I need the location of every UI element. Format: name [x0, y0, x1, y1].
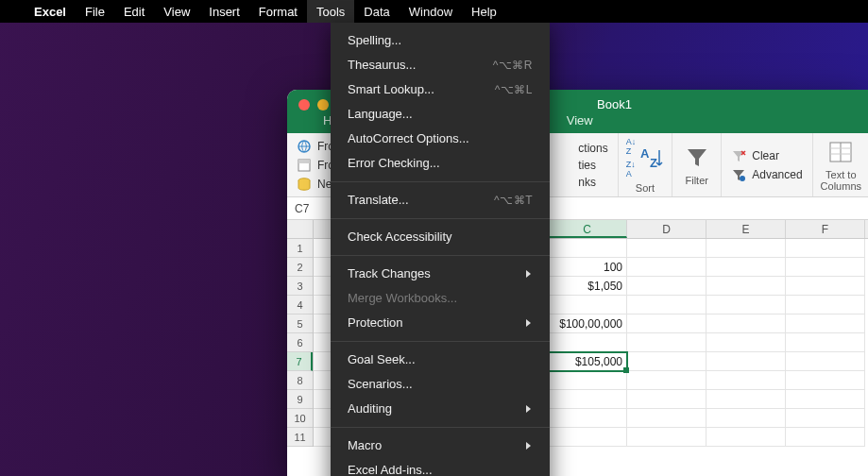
- cell[interactable]: $1,050: [548, 277, 627, 296]
- cell[interactable]: [548, 409, 627, 428]
- menu-format[interactable]: Format: [249, 0, 307, 23]
- menu-item[interactable]: Auditing: [331, 397, 550, 421]
- cell[interactable]: [706, 296, 786, 314]
- cell[interactable]: [706, 314, 786, 333]
- row-header[interactable]: 4: [287, 296, 313, 314]
- ribbon-group-connections: ctions ties nks: [569, 133, 618, 196]
- menu-item[interactable]: Spelling...: [331, 28, 550, 53]
- cell[interactable]: [548, 333, 627, 352]
- advanced-button[interactable]: Advanced: [731, 167, 802, 182]
- col-header-d[interactable]: D: [627, 220, 706, 238]
- menu-item[interactable]: AutoCorrect Options...: [331, 127, 550, 151]
- cell[interactable]: [786, 409, 865, 428]
- cell[interactable]: [627, 390, 706, 409]
- apple-menu[interactable]: [9, 0, 25, 23]
- cell[interactable]: [627, 296, 706, 314]
- col-header-e[interactable]: E: [706, 220, 786, 238]
- row-header[interactable]: 6: [287, 333, 313, 352]
- cell[interactable]: [706, 390, 786, 409]
- connections-button[interactable]: ctions: [578, 142, 607, 155]
- row-header[interactable]: 3: [287, 277, 313, 296]
- cell[interactable]: 100: [548, 258, 627, 277]
- menu-item[interactable]: Smart Lookup...^⌥⌘L: [331, 77, 550, 102]
- cell[interactable]: [548, 296, 627, 314]
- cell[interactable]: [706, 258, 786, 277]
- cell[interactable]: [548, 371, 627, 390]
- properties-button[interactable]: ties: [578, 159, 596, 172]
- row-header[interactable]: 2: [287, 258, 313, 277]
- cell[interactable]: [786, 296, 865, 314]
- menu-item[interactable]: Excel Add-ins...: [331, 458, 550, 476]
- cell[interactable]: [786, 258, 865, 277]
- menu-item[interactable]: Protection: [331, 311, 550, 335]
- tab-view[interactable]: View: [553, 108, 606, 133]
- clear-button[interactable]: Clear: [731, 148, 779, 163]
- row-header[interactable]: 11: [287, 428, 313, 447]
- menu-insert[interactable]: Insert: [199, 0, 249, 23]
- sort-button[interactable]: A↓Z Z↓A AZ Sort: [619, 133, 673, 196]
- menu-item[interactable]: Thesaurus...^⌥⌘R: [331, 53, 550, 77]
- row-header[interactable]: 7: [287, 352, 313, 371]
- cell[interactable]: [548, 428, 627, 447]
- cell[interactable]: [786, 239, 865, 258]
- select-all-corner[interactable]: [287, 220, 314, 238]
- menu-file[interactable]: File: [76, 0, 114, 23]
- col-header-f[interactable]: F: [786, 220, 865, 238]
- menu-item[interactable]: Macro: [331, 434, 550, 458]
- cell[interactable]: [786, 428, 865, 447]
- cell[interactable]: [627, 239, 706, 258]
- cell[interactable]: [627, 428, 706, 447]
- menu-item[interactable]: Track Changes: [331, 262, 550, 286]
- cell[interactable]: [786, 277, 865, 296]
- menu-item[interactable]: Error Checking...: [331, 151, 550, 176]
- col-header-c[interactable]: C: [548, 220, 627, 238]
- menu-window[interactable]: Window: [400, 0, 462, 23]
- text-to-columns-button[interactable]: Text to Columns: [813, 133, 868, 196]
- cell[interactable]: [786, 333, 865, 352]
- cell[interactable]: [706, 352, 786, 371]
- menu-item[interactable]: Language...: [331, 102, 550, 127]
- cell[interactable]: [627, 314, 706, 333]
- label: Sort: [636, 182, 655, 194]
- cell[interactable]: [627, 258, 706, 277]
- row-header[interactable]: 8: [287, 371, 313, 390]
- cell[interactable]: [548, 239, 627, 258]
- cell[interactable]: [786, 314, 865, 333]
- menu-item[interactable]: Goal Seek...: [331, 348, 550, 372]
- cell-selected[interactable]: $105,000: [548, 352, 627, 371]
- menu-help[interactable]: Help: [462, 0, 506, 23]
- row-header[interactable]: 1: [287, 239, 313, 258]
- cell[interactable]: [706, 409, 786, 428]
- cell[interactable]: [627, 409, 706, 428]
- cell[interactable]: [706, 428, 786, 447]
- chevron-right-icon: [525, 269, 533, 279]
- filter-button[interactable]: Filter: [672, 133, 722, 196]
- close-button[interactable]: [298, 99, 310, 110]
- menu-item[interactable]: Translate...^⌥⌘T: [331, 188, 550, 212]
- row-header[interactable]: 5: [287, 314, 313, 333]
- cell[interactable]: [706, 239, 786, 258]
- cell[interactable]: [627, 371, 706, 390]
- cell[interactable]: [627, 277, 706, 296]
- menu-view[interactable]: View: [154, 0, 199, 23]
- cell[interactable]: [627, 352, 706, 371]
- cell[interactable]: [627, 333, 706, 352]
- app-menu[interactable]: Excel: [25, 0, 76, 23]
- menu-item[interactable]: Scenarios...: [331, 372, 550, 397]
- cell[interactable]: [786, 390, 865, 409]
- cell[interactable]: [706, 371, 786, 390]
- cell[interactable]: [706, 277, 786, 296]
- menu-data[interactable]: Data: [354, 0, 399, 23]
- row-header[interactable]: 10: [287, 409, 313, 428]
- cell[interactable]: [548, 390, 627, 409]
- menu-tools[interactable]: Tools: [307, 0, 354, 23]
- minimize-button[interactable]: [317, 99, 329, 110]
- edit-links-button[interactable]: nks: [578, 176, 596, 189]
- cell[interactable]: $100,00,000: [548, 314, 627, 333]
- cell[interactable]: [786, 371, 865, 390]
- row-header[interactable]: 9: [287, 390, 313, 409]
- menu-item[interactable]: Check Accessibility: [331, 225, 550, 249]
- menu-edit[interactable]: Edit: [114, 0, 154, 23]
- cell[interactable]: [786, 352, 865, 371]
- cell[interactable]: [706, 333, 786, 352]
